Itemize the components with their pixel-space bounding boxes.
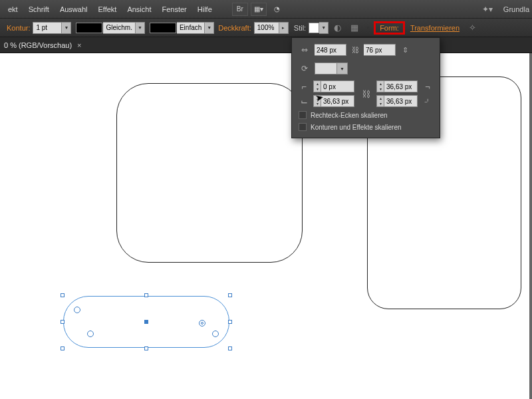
- corner-type-bl-icon[interactable]: ⌙: [299, 96, 309, 106]
- resize-handle-mr[interactable]: [228, 320, 232, 324]
- rotation-field[interactable]: 0° ▼: [315, 63, 348, 74]
- corner-tl-field[interactable]: ▴▾: [313, 80, 355, 92]
- corner-tr-field[interactable]: ▴▾: [376, 80, 418, 92]
- bounding-box: [61, 293, 232, 350]
- deckkraft-label: Deckkraft:: [218, 24, 251, 32]
- corner-bl-input[interactable]: [321, 95, 354, 107]
- width-input[interactable]: [315, 44, 346, 56]
- corner-type-tr-icon[interactable]: ¬: [422, 82, 433, 92]
- stroke-profile-swatch[interactable]: [76, 23, 102, 33]
- isolate-icon[interactable]: ✧: [466, 21, 479, 35]
- sync-icon[interactable]: ✦▾: [482, 5, 493, 14]
- resize-handle-tm[interactable]: [144, 293, 148, 297]
- resize-handle-tr[interactable]: [228, 293, 232, 297]
- kontur-label: Kontur:: [7, 24, 30, 32]
- brush-field[interactable]: Einfach: [177, 22, 205, 34]
- scale-strokes-checkbox[interactable]: [299, 123, 307, 131]
- stil-label: Stil:: [294, 24, 306, 32]
- resize-handle-br[interactable]: [228, 346, 232, 350]
- arrange-docs-icon[interactable]: ▦▾: [251, 3, 267, 16]
- align-dropdown[interactable]: ▼: [363, 22, 372, 34]
- shape-properties-panel: ⇔ ⛓ ⇕ ⟳ 0° ▼ ⌐ ▴▾ ⛓ ▴▾ ¬ ⌙ ▴▾: [291, 37, 440, 138]
- gpu-icon[interactable]: ◔: [269, 3, 285, 16]
- stroke-profile-field[interactable]: Gleichm.: [103, 22, 135, 34]
- link-corners-icon[interactable]: ⛓: [359, 89, 372, 99]
- rotation-dropdown[interactable]: ▼: [337, 63, 348, 74]
- scrollbar-vertical[interactable]: [529, 53, 532, 399]
- style-dropdown[interactable]: ▼: [319, 22, 329, 34]
- menu-objekt[interactable]: ekt: [3, 0, 23, 19]
- menu-effekt[interactable]: Effekt: [92, 0, 122, 19]
- corner-widget-br[interactable]: [212, 331, 219, 337]
- document-tab-close-icon[interactable]: ×: [77, 41, 81, 49]
- stroke-profile-dropdown[interactable]: ▼: [136, 22, 145, 34]
- document-tab-title[interactable]: 0 % (RGB/Vorschau): [4, 41, 72, 49]
- corner-tr-stepper[interactable]: ▴▾: [376, 80, 384, 92]
- corner-tl-stepper[interactable]: ▴▾: [313, 80, 321, 92]
- width-icon: ⇔: [299, 45, 311, 55]
- resize-handle-bm[interactable]: [144, 346, 148, 350]
- corner-br-field[interactable]: ▴▾: [376, 95, 418, 107]
- scale-corners-label: Rechteck-Ecken skalieren: [311, 112, 388, 119]
- recolor-icon[interactable]: ◐: [331, 21, 344, 35]
- brush-swatch[interactable]: [150, 23, 176, 33]
- height-input[interactable]: [364, 44, 396, 56]
- width-field[interactable]: [315, 44, 346, 56]
- menu-auswahl[interactable]: Auswahl: [55, 0, 93, 19]
- corner-widget-tl[interactable]: [74, 307, 80, 313]
- form-button-highlighted[interactable]: Form:: [374, 21, 405, 35]
- center-point[interactable]: [144, 320, 148, 324]
- resize-handle-tl[interactable]: [61, 293, 65, 297]
- link-wh-icon[interactable]: ⛓: [350, 44, 360, 56]
- brush-dropdown[interactable]: ▼: [205, 22, 214, 34]
- menubar: ekt Schrift Auswahl Effekt Ansicht Fenst…: [0, 0, 532, 19]
- opacity-field[interactable]: 100%: [254, 22, 279, 34]
- canvas[interactable]: [0, 53, 532, 399]
- corner-tl-input[interactable]: [321, 80, 354, 92]
- corner-tr-input[interactable]: [384, 80, 418, 92]
- corner-br-stepper[interactable]: ▴▾: [376, 95, 384, 107]
- menu-ansicht[interactable]: Ansicht: [122, 0, 156, 19]
- height-icon: ⇕: [400, 46, 410, 55]
- stroke-weight-dropdown[interactable]: ▼: [62, 22, 71, 34]
- scale-corners-checkbox[interactable]: [299, 111, 307, 119]
- corner-bl-stepper[interactable]: ▴▾: [313, 95, 321, 107]
- workspace-label[interactable]: Grundla: [503, 5, 529, 13]
- rounded-rect-shape-1[interactable]: [116, 83, 303, 263]
- align-icon[interactable]: ▦: [348, 21, 361, 35]
- corner-type-br-icon[interactable]: ⌏: [422, 96, 433, 106]
- style-swatch[interactable]: [309, 23, 319, 33]
- transform-link[interactable]: Transformieren: [410, 24, 460, 32]
- stroke-weight-field[interactable]: 1 pt: [33, 22, 62, 34]
- resize-handle-bl[interactable]: [61, 346, 65, 350]
- menu-schrift[interactable]: Schrift: [23, 0, 55, 19]
- resize-handle-ml[interactable]: [61, 320, 65, 324]
- corner-bl-field[interactable]: ▴▾: [313, 95, 355, 107]
- menu-fenster[interactable]: Fenster: [156, 0, 192, 19]
- document-tab-bar: 0 % (RGB/Vorschau) ×: [0, 37, 532, 53]
- scale-strokes-label: Konturen und Effekte skalieren: [311, 124, 402, 131]
- corner-widget-tr[interactable]: [199, 320, 205, 327]
- corner-type-tl-icon[interactable]: ⌐: [299, 82, 309, 92]
- selected-shape[interactable]: [63, 296, 229, 348]
- menu-hilfe[interactable]: Hilfe: [192, 0, 217, 19]
- opacity-dropdown[interactable]: ▸: [279, 22, 289, 34]
- rotation-value[interactable]: 0°: [315, 63, 337, 74]
- rotate-icon: ⟳: [299, 64, 311, 73]
- corner-widget-bl[interactable]: [87, 331, 94, 337]
- corner-br-input[interactable]: [384, 95, 418, 107]
- control-bar: Kontur: 1 pt ▼ Gleichm. ▼ Einfach ▼ Deck…: [0, 19, 532, 37]
- bridge-icon[interactable]: Br: [232, 3, 248, 16]
- height-field[interactable]: [364, 44, 396, 56]
